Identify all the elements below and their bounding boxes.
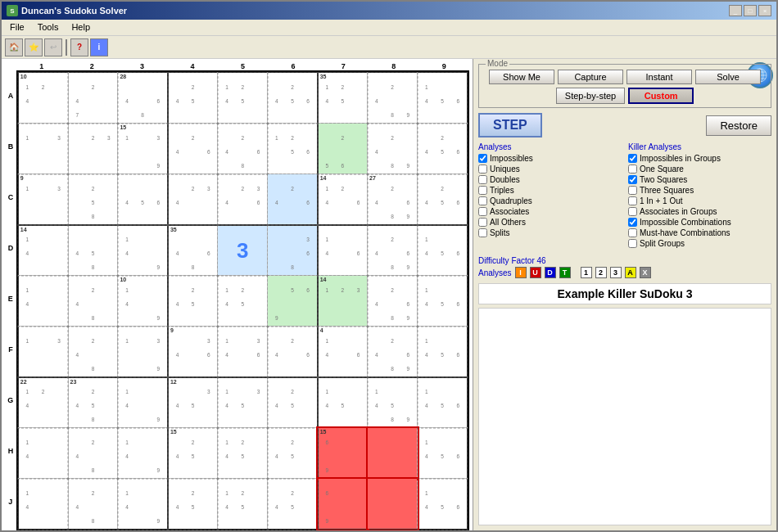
cell-3-0[interactable]: 1414 bbox=[18, 225, 68, 276]
undo-button[interactable]: ↩ bbox=[44, 38, 62, 56]
cell-5-6[interactable]: 4146 bbox=[318, 327, 368, 377]
show-me-button[interactable]: Show Me bbox=[489, 70, 554, 84]
checkbox-one-square[interactable] bbox=[628, 165, 637, 174]
checkbox-1in1out[interactable] bbox=[628, 196, 637, 205]
cell-2-7[interactable]: 2724689 bbox=[368, 174, 418, 225]
checkbox-triples[interactable] bbox=[478, 186, 487, 195]
cell-2-0[interactable]: 913 bbox=[18, 174, 68, 225]
cell-5-4[interactable]: 1346 bbox=[218, 327, 268, 377]
cell-6-3[interactable]: 12345 bbox=[168, 377, 218, 428]
cell-7-0[interactable]: 14 bbox=[18, 428, 68, 479]
cell-3-1[interactable]: 458 bbox=[68, 225, 118, 276]
cell-5-5[interactable]: 246 bbox=[268, 327, 318, 377]
cell-7-2[interactable]: 149 bbox=[118, 428, 168, 479]
checkbox-three-squares[interactable] bbox=[628, 186, 637, 195]
cell-4-7[interactable]: 24689 bbox=[368, 276, 418, 327]
cell-6-0[interactable]: 22124 bbox=[18, 377, 68, 428]
cell-2-6[interactable]: 141246 bbox=[318, 174, 368, 225]
cell-5-8[interactable]: 1456 bbox=[418, 327, 468, 377]
checkbox-doubles[interactable] bbox=[478, 175, 487, 184]
cell-1-5[interactable]: 1256 bbox=[268, 124, 318, 174]
checkbox-split-groups[interactable] bbox=[628, 239, 637, 248]
restore-button[interactable]: Restore bbox=[706, 115, 771, 136]
cell-0-3[interactable]: 245 bbox=[168, 73, 218, 124]
cell-6-5[interactable]: 245 bbox=[268, 377, 318, 428]
cell-4-2[interactable]: 10149 bbox=[118, 276, 168, 327]
cell-6-7[interactable]: 14589 bbox=[368, 377, 418, 428]
checkbox-associates[interactable] bbox=[478, 207, 487, 216]
checkbox-associates-groups[interactable] bbox=[628, 207, 637, 216]
cell-0-4[interactable]: 1245 bbox=[218, 73, 268, 124]
close-button[interactable]: × bbox=[758, 5, 771, 16]
checkbox-uniques[interactable] bbox=[478, 165, 487, 174]
maximize-button[interactable]: □ bbox=[744, 5, 757, 16]
cell-6-2[interactable]: 149 bbox=[118, 377, 168, 428]
cell-1-7[interactable]: 2489 bbox=[368, 124, 418, 174]
cell-4-6[interactable]: 14123 bbox=[318, 276, 368, 327]
cell-2-5[interactable]: 246 bbox=[268, 174, 318, 225]
cell-8-5[interactable]: 245 bbox=[268, 479, 318, 530]
cell-0-8[interactable]: 1456 bbox=[418, 73, 468, 124]
cell-2-3[interactable]: 234 bbox=[168, 174, 218, 225]
cell-6-1[interactable]: 232458 bbox=[68, 377, 118, 428]
cell-8-1[interactable]: 248 bbox=[68, 479, 118, 530]
checkbox-quadruples[interactable] bbox=[478, 196, 487, 205]
cell-1-6[interactable]: 256 bbox=[318, 124, 368, 174]
cell-4-4[interactable]: 1245 bbox=[218, 276, 268, 327]
cell-4-3[interactable]: 245 bbox=[168, 276, 218, 327]
cell-7-8[interactable]: 1456 bbox=[418, 428, 468, 479]
instant-button[interactable]: Instant bbox=[626, 70, 692, 84]
cell-5-1[interactable]: 248 bbox=[68, 327, 118, 377]
cell-6-6[interactable]: 145 bbox=[318, 377, 368, 428]
cell-5-0[interactable]: 13 bbox=[18, 327, 68, 377]
cell-8-0[interactable]: 14 bbox=[18, 479, 68, 530]
cell-5-3[interactable]: 9346 bbox=[168, 327, 218, 377]
menu-tools[interactable]: Tools bbox=[31, 21, 66, 34]
checkbox-impossibles[interactable] bbox=[478, 154, 487, 163]
cell-8-6[interactable]: 69 bbox=[318, 479, 368, 530]
cell-2-1[interactable]: 258 bbox=[68, 174, 118, 225]
solve-button[interactable]: Solve bbox=[695, 70, 761, 84]
cell-1-8[interactable]: 2456 bbox=[418, 124, 468, 174]
cell-8-8[interactable]: 1456 bbox=[418, 479, 468, 530]
cell-3-3[interactable]: 35468 bbox=[168, 225, 218, 276]
cell-1-1[interactable]: 23 bbox=[68, 124, 118, 174]
minimize-button[interactable]: _ bbox=[729, 5, 742, 16]
cell-6-4[interactable]: 1345 bbox=[218, 377, 268, 428]
cell-0-6[interactable]: 351245 bbox=[318, 73, 368, 124]
help-button[interactable]: ? bbox=[70, 38, 88, 56]
custom-button[interactable]: Custom bbox=[628, 88, 694, 104]
cell-7-4[interactable]: 1245 bbox=[218, 428, 268, 479]
checkbox-two-squares[interactable] bbox=[628, 175, 637, 184]
capture-button[interactable]: Capture bbox=[558, 70, 623, 84]
cell-1-4[interactable]: 2468 bbox=[218, 124, 268, 174]
menu-file[interactable]: File bbox=[3, 21, 31, 34]
cell-8-4[interactable]: 1245 bbox=[218, 479, 268, 530]
cell-8-3[interactable]: 245 bbox=[168, 479, 218, 530]
cell-2-2[interactable]: 456 bbox=[118, 174, 168, 225]
cell-5-7[interactable]: 24689 bbox=[368, 327, 418, 377]
cell-4-0[interactable]: 14 bbox=[18, 276, 68, 327]
checkbox-impossible-combos[interactable] bbox=[628, 218, 637, 227]
info-button[interactable]: i bbox=[90, 38, 108, 56]
cell-8-2[interactable]: 149 bbox=[118, 479, 168, 530]
cell-4-1[interactable]: 248 bbox=[68, 276, 118, 327]
cell-4-8[interactable]: 1456 bbox=[418, 276, 468, 327]
cell-2-4[interactable]: 2346 bbox=[218, 174, 268, 225]
cell-0-0[interactable]: 10124 bbox=[18, 73, 68, 124]
cell-7-3[interactable]: 15245 bbox=[168, 428, 218, 479]
cell-4-5[interactable]: 569 bbox=[268, 276, 318, 327]
checkbox-all-others[interactable] bbox=[478, 218, 487, 227]
cell-6-8[interactable]: 1456 bbox=[418, 377, 468, 428]
window-controls[interactable]: _ □ × bbox=[729, 5, 771, 16]
home-button[interactable]: 🏠 bbox=[5, 38, 23, 56]
cell-3-5[interactable]: 368 bbox=[268, 225, 318, 276]
step-button[interactable]: STEP bbox=[478, 113, 542, 138]
cell-0-2[interactable]: 28468 bbox=[118, 73, 168, 124]
cell-3-2[interactable]: 149 bbox=[118, 225, 168, 276]
cell-2-8[interactable]: 2456 bbox=[418, 174, 468, 225]
cell-8-7[interactable] bbox=[368, 479, 418, 530]
checkbox-must-have-combos[interactable] bbox=[628, 228, 637, 237]
cell-7-7[interactable] bbox=[368, 428, 418, 479]
cell-3-4[interactable]: 3 bbox=[218, 225, 268, 276]
